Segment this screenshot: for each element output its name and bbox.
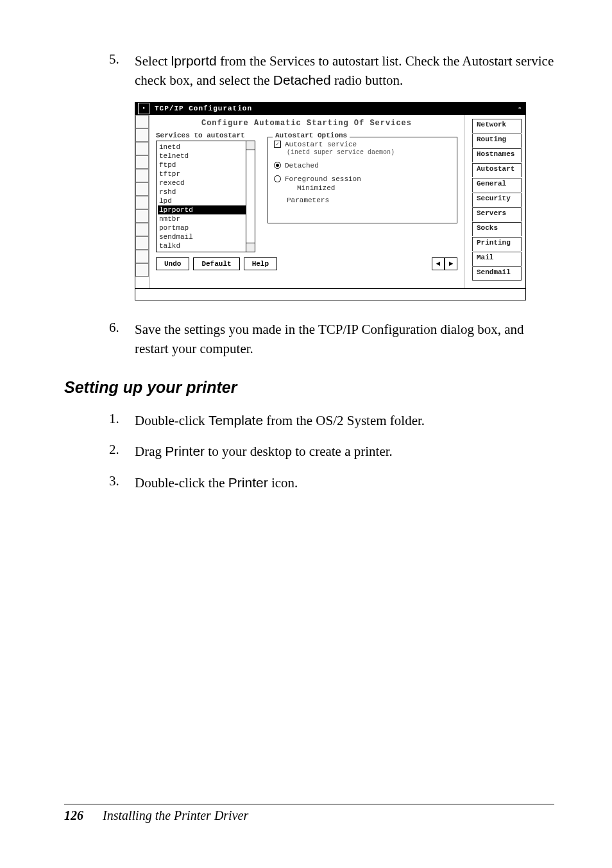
system-menu-icon[interactable]: ▪ <box>138 103 149 114</box>
detached-label: Detached <box>285 162 319 169</box>
left-tab[interactable] <box>135 128 149 142</box>
list-item[interactable]: rshd <box>158 187 253 196</box>
autostart-checkbox-row[interactable]: ✓ Autostart service <box>274 141 451 148</box>
step-5-num: 5. <box>109 51 135 91</box>
screenshot-wrap: ▪ TCP/IP Configuration ▫ <box>135 102 526 300</box>
kw-lprportd: lprportd <box>171 53 217 68</box>
list-item[interactable]: talkd <box>158 241 253 250</box>
left-tab[interactable] <box>135 196 149 209</box>
left-tab[interactable] <box>135 169 149 182</box>
step-p1-text: Double-click Template from the OS/2 Syst… <box>135 411 425 430</box>
p1-post: from the OS/2 System folder. <box>263 413 425 428</box>
left-tab[interactable] <box>135 223 149 236</box>
scroll-up-icon[interactable] <box>246 141 255 150</box>
tab-sendmail[interactable]: Sendmail <box>472 266 522 281</box>
left-tab[interactable] <box>135 209 149 223</box>
group-label: Autostart Options <box>273 132 350 139</box>
page-number: 126 <box>64 808 83 823</box>
checkbox-icon[interactable]: ✓ <box>274 141 281 148</box>
section-heading: Setting up your printer <box>64 378 554 397</box>
left-tab[interactable] <box>135 182 149 196</box>
panel-header: Configure Automatic Starting Of Services <box>156 119 457 128</box>
p3-pre: Double-click the <box>135 475 228 490</box>
list-item[interactable]: tftpr <box>158 169 253 178</box>
list-item-selected[interactable]: lprportd <box>158 205 253 214</box>
undo-button[interactable]: Undo <box>156 257 189 270</box>
list-item[interactable]: nmtbr <box>158 214 253 223</box>
list-item[interactable]: ftpd <box>158 161 253 169</box>
radio-icon[interactable] <box>274 175 281 182</box>
step-p1: 1. Double-click Template from the OS/2 S… <box>109 411 554 430</box>
window-bottom-scroll[interactable] <box>135 288 525 300</box>
step-p3: 3. Double-click the Printer icon. <box>109 473 554 492</box>
step5-post: radio button. <box>331 73 404 88</box>
p3-post: icon. <box>268 475 298 490</box>
foreground-radio-row[interactable]: Foreground session <box>274 175 451 183</box>
left-tab[interactable] <box>135 142 149 155</box>
scroll-down-icon[interactable] <box>246 243 255 252</box>
list-item[interactable]: inetd <box>158 143 253 152</box>
step-6-text: Save the settings you made in the TCP/IP… <box>135 320 554 359</box>
minimized-label: Minimized <box>297 184 451 192</box>
footer-title: Installing the Printer Driver <box>103 808 248 823</box>
step-6: 6. Save the settings you made in the TCP… <box>109 320 554 359</box>
services-listbox[interactable]: inetd telnetd ftpd tftpr rexecd rshd lpd… <box>156 141 255 252</box>
list-item[interactable]: lpd <box>158 196 253 205</box>
radio-icon[interactable] <box>274 162 281 169</box>
list-item[interactable]: sendmail <box>158 232 253 241</box>
main-panel: Configure Automatic Starting Of Services… <box>149 115 464 288</box>
tab-socks[interactable]: Socks <box>472 222 522 236</box>
list-item[interactable]: rexecd <box>158 178 253 187</box>
options-column: Autostart Options ✓ Autostart service (i… <box>268 132 457 252</box>
left-tab[interactable] <box>135 263 149 277</box>
right-tab-strip: Network Routing Hostnames Autostart Gene… <box>464 115 525 288</box>
titlebar: ▪ TCP/IP Configuration ▫ <box>135 103 525 115</box>
help-button[interactable]: Help <box>244 257 277 270</box>
tab-servers[interactable]: Servers <box>472 207 522 221</box>
left-tab[interactable] <box>135 115 149 128</box>
page-right-icon[interactable]: ► <box>445 257 457 270</box>
tab-security[interactable]: Security <box>472 193 522 207</box>
p2-pre: Drag <box>135 444 165 459</box>
left-tab-strip <box>135 115 149 288</box>
page-left-icon[interactable]: ◄ <box>432 257 445 270</box>
left-tab[interactable] <box>135 250 149 263</box>
tab-hostnames[interactable]: Hostnames <box>472 148 522 162</box>
step-p2-num: 2. <box>109 442 135 461</box>
dialog-window: ▪ TCP/IP Configuration ▫ <box>135 102 526 300</box>
step5-pre: Select <box>135 53 171 69</box>
autostart-group: Autostart Options ✓ Autostart service (i… <box>268 133 457 223</box>
tab-mail[interactable]: Mail <box>472 252 522 266</box>
step-p2-text: Drag Printer to your desktop to create a… <box>135 442 393 461</box>
list-scrollbar[interactable] <box>246 141 255 252</box>
kw-template: Template <box>208 413 263 428</box>
detached-radio-row[interactable]: Detached <box>274 162 451 169</box>
window-title: TCP/IP Configuration <box>152 105 514 112</box>
list-item[interactable]: portmap <box>158 223 253 232</box>
tab-routing[interactable]: Routing <box>472 134 522 148</box>
page-footer: 126 Installing the Printer Driver <box>64 804 554 823</box>
left-tab[interactable] <box>135 236 149 250</box>
kw-detached: Detached <box>273 73 331 87</box>
step-p1-num: 1. <box>109 411 135 430</box>
tab-autostart[interactable]: Autostart <box>472 163 522 177</box>
services-column: Services to autostart inetd telnetd ftpd… <box>156 132 259 252</box>
left-tab[interactable] <box>135 155 149 169</box>
step-p3-num: 3. <box>109 473 135 492</box>
tab-general[interactable]: General <box>472 178 522 192</box>
default-button[interactable]: Default <box>193 257 239 270</box>
tab-printing[interactable]: Printing <box>472 237 522 251</box>
kw-printer-drag: Printer <box>165 444 205 458</box>
p2-post: to your desktop to create a printer. <box>205 444 393 459</box>
list-label: Services to autostart <box>156 132 259 139</box>
autostart-hint: (inetd super service daemon) <box>287 149 451 156</box>
foreground-label: Foreground session <box>285 175 361 183</box>
scroll-track[interactable] <box>246 150 255 243</box>
minimize-icon[interactable]: ▫ <box>514 103 525 114</box>
step-5-text: Select lprportd from the Services to aut… <box>135 51 554 91</box>
button-row: Undo Default Help ◄ ► <box>156 257 457 270</box>
tab-network[interactable]: Network <box>472 119 522 133</box>
list-item[interactable]: telnetd <box>158 152 253 161</box>
step-p3-text: Double-click the Printer icon. <box>135 473 298 492</box>
step-6-num: 6. <box>109 320 135 359</box>
